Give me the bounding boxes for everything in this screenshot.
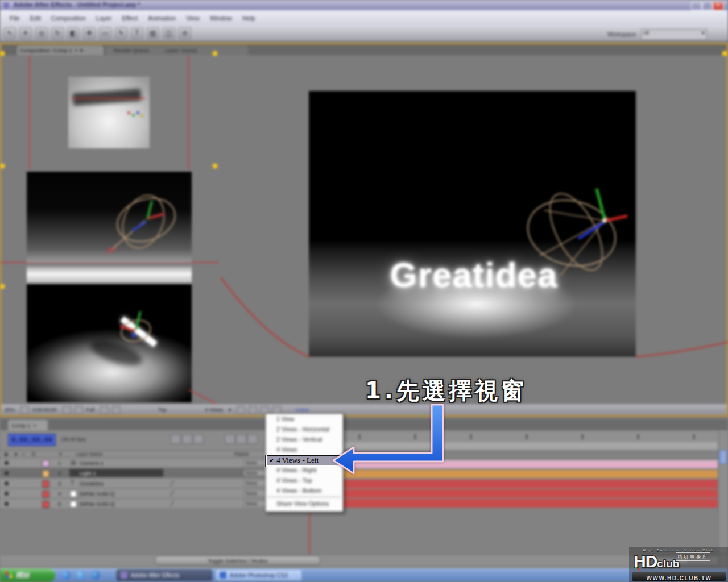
menu-animation[interactable]: Animation [143,15,181,22]
snapshot-icon[interactable] [63,406,71,414]
menu-layer[interactable]: Layer [91,15,117,22]
quick-launch-icon[interactable] [76,571,85,580]
eye-icon[interactable] [5,471,9,475]
tab-layer[interactable]: Layer: (none) [157,47,205,53]
magnification-dropdown[interactable]: 25% [5,407,15,413]
chevron-down-icon[interactable]: ▾ [229,407,231,413]
frame-blending-icon[interactable] [225,434,235,444]
current-time-field[interactable]: 0;00;00;00 [8,434,56,446]
panel-handle[interactable] [0,284,5,289]
start-button[interactable]: 開始 [0,568,55,582]
resolution-dropdown[interactable]: Full [86,407,95,413]
mask-tool-icon[interactable]: ▭ [99,27,111,39]
hand-tool-icon[interactable]: ✛ [19,27,32,39]
close-icon[interactable]: × [75,47,78,53]
close-icon[interactable]: × [33,422,36,429]
menu-window[interactable]: Window [205,15,237,22]
viewport-front-view[interactable] [27,172,192,263]
view-layout-dropdown[interactable]: 4 Views [205,407,223,413]
viewer-timecode[interactable]: 0;00;00;00 [32,407,57,413]
label-color-chip[interactable] [42,501,49,508]
quality-switch-icon[interactable]: ╱ [171,480,173,486]
after-effects-window: Adobe After Effects - Untitled Project.a… [0,0,728,582]
viewport-active-camera-view[interactable] [27,284,192,402]
scrollbar-thumb[interactable] [719,450,727,464]
transparency-grid-icon[interactable] [112,406,121,414]
menu-composition[interactable]: Composition [46,15,91,22]
type-tool-icon[interactable]: T [131,27,143,39]
frame-rate-label: (30.00 fps) [61,436,86,442]
quick-launch-icon[interactable] [91,571,100,580]
fast-previews-icon[interactable] [249,406,257,414]
minimize-button[interactable]: − [691,2,702,10]
timeline-button-icon[interactable] [260,406,269,414]
tab-timeline-comp1[interactable]: Comp 1 × [8,420,48,430]
menu-item-share-view-options[interactable]: Share View Options [266,498,343,509]
label-color-chip[interactable] [42,480,49,488]
panel-handle[interactable] [213,51,217,56]
timeline-vertical-scrollbar[interactable] [718,431,727,554]
menu-file[interactable]: File [5,15,25,22]
eye-icon[interactable] [5,461,9,465]
tab-composition-comp1[interactable]: Composition: Comp 1 × ▾ [17,45,104,55]
eye-icon[interactable] [5,481,9,485]
menu-item-4-views-bottom[interactable]: 4 Views - Bottom [266,485,343,496]
selection-tool-icon[interactable]: ↖ [3,27,16,39]
duration-bar-greatidea[interactable] [316,480,718,488]
panel-handle[interactable] [0,164,5,168]
menu-edit[interactable]: Edit [25,15,46,22]
gizmo-dot-blue [136,111,139,114]
quality-switch-icon[interactable]: ╱ [171,501,173,506]
menu-help[interactable]: Help [237,15,260,22]
menu-separator [267,497,341,497]
menu-view[interactable]: View [181,15,205,22]
brush-tool-icon[interactable]: ▨ [147,27,159,39]
maximize-button[interactable]: □ [702,2,713,10]
toggle-switches-modes-button[interactable]: Toggle Switches / Modes [155,556,321,566]
exposure-status[interactable]: Active [295,407,309,413]
region-of-interest-icon[interactable] [100,406,109,414]
duration-bar-white-solid-2[interactable] [316,499,718,508]
pixel-aspect-icon[interactable] [237,406,245,414]
rotation-tool-icon[interactable]: ↻ [51,27,64,39]
eraser-tool-icon[interactable]: ⊘ [179,27,191,39]
camera-tool-icon[interactable]: ◧ [67,27,80,39]
flowchart-button-icon[interactable] [272,406,281,414]
taskbar-button-after-effects[interactable]: Adobe After Effects [117,569,212,581]
hide-shy-layers-icon[interactable] [193,434,204,444]
zoom-tool-icon[interactable]: ◎ [35,27,48,39]
workspace-dropdown[interactable]: All ▾ [641,29,707,40]
show-channel-icon[interactable] [75,406,83,414]
video-column-icon: ◉ [4,451,8,457]
eye-icon[interactable] [5,502,9,506]
safe-areas-icon[interactable] [20,406,29,414]
after-effects-app-icon [121,572,127,579]
draft-3d-icon[interactable] [182,434,192,444]
panel-handle[interactable] [213,164,217,168]
pen-tool-icon[interactable]: ✎ [115,27,127,39]
view-name-dropdown[interactable]: Top [158,407,167,413]
menu-effect[interactable]: Effect [117,15,143,22]
eye-icon[interactable] [5,492,9,496]
motion-blur-icon[interactable] [236,434,246,444]
clone-stamp-tool-icon[interactable]: ◫ [163,27,175,39]
internet-explorer-icon[interactable] [61,571,71,580]
graph-editor-icon[interactable] [247,434,258,444]
viewport-main-left-view[interactable]: Greatidea [309,91,636,357]
label-color-chip[interactable] [42,460,49,467]
close-button[interactable]: ✕ [713,2,723,10]
pan-behind-tool-icon[interactable]: ✜ [83,27,96,39]
panel-handle[interactable] [722,51,727,56]
tab-render-queue[interactable]: Render Queue [106,47,157,53]
quality-switch-icon[interactable]: ╱ [171,490,173,496]
label-color-chip[interactable] [42,470,49,477]
panel-handle[interactable] [0,51,5,56]
title-bar[interactable]: Adobe After Effects - Untitled Project.a… [0,0,728,10]
taskbar-button-photoshop[interactable]: Adobe Photoshop CS3 [216,569,302,581]
panel-menu-icon[interactable]: ▾ [80,47,83,53]
label-color-chip[interactable] [42,490,49,498]
duration-bar-white-solid-1[interactable] [316,489,718,498]
workspace-label: Workspace: [607,31,638,38]
start-label: 開始 [16,571,30,580]
comp-mini-flowchart-icon[interactable] [171,434,181,444]
